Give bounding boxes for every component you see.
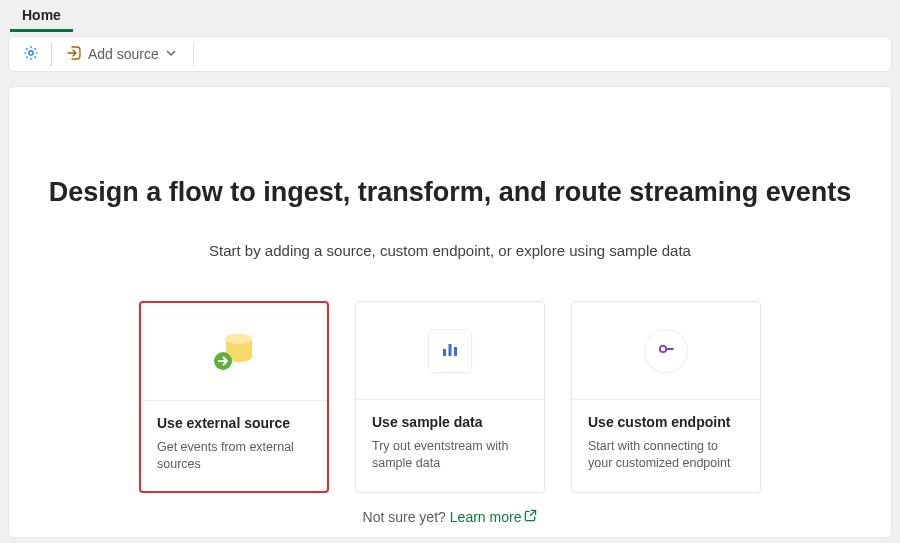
toolbar-divider-2 xyxy=(193,42,194,66)
card-use-sample-data[interactable]: Use sample data Try out eventstream with… xyxy=(355,301,545,493)
page-headline: Design a flow to ingest, transform, and … xyxy=(49,177,852,208)
main-content: Design a flow to ingest, transform, and … xyxy=(8,86,892,538)
chevron-down-icon xyxy=(165,46,177,62)
card-desc: Get events from external sources xyxy=(157,439,311,473)
card-icon-area xyxy=(141,303,327,401)
svg-rect-6 xyxy=(454,347,457,356)
svg-rect-5 xyxy=(449,344,452,356)
card-use-custom-endpoint[interactable]: Use custom endpoint Start with connectin… xyxy=(571,301,761,493)
add-source-button[interactable]: Add source xyxy=(60,41,183,68)
svg-point-0 xyxy=(29,50,33,54)
external-link-icon xyxy=(524,509,537,525)
card-title: Use custom endpoint xyxy=(588,414,744,430)
page-subtitle: Start by adding a source, custom endpoin… xyxy=(209,242,691,259)
not-sure-text: Not sure yet? xyxy=(363,509,446,525)
card-icon-area xyxy=(572,302,760,400)
toolbar: Add source xyxy=(8,36,892,72)
card-use-external-source[interactable]: Use external source Get events from exte… xyxy=(139,301,329,493)
tabs-bar: Home xyxy=(0,0,900,32)
add-source-icon xyxy=(66,45,82,64)
card-desc: Start with connecting to your customized… xyxy=(588,438,744,472)
gear-icon xyxy=(22,44,40,65)
bar-chart-icon xyxy=(439,338,461,363)
svg-rect-4 xyxy=(443,349,446,356)
learn-more-link[interactable]: Learn more xyxy=(450,509,538,525)
svg-point-2 xyxy=(226,334,252,344)
card-title: Use external source xyxy=(157,415,311,431)
tab-home-label: Home xyxy=(22,7,61,23)
external-source-icon xyxy=(207,325,261,378)
toolbar-divider xyxy=(51,42,52,66)
sample-data-icon-tile xyxy=(428,329,472,373)
custom-endpoint-icon-tile xyxy=(644,329,688,373)
card-desc: Try out eventstream with sample data xyxy=(372,438,528,472)
card-icon-area xyxy=(356,302,544,400)
card-title: Use sample data xyxy=(372,414,528,430)
add-source-label: Add source xyxy=(88,46,159,62)
tab-home[interactable]: Home xyxy=(10,1,73,32)
option-cards-row: Use external source Get events from exte… xyxy=(139,301,761,493)
card-body: Use external source Get events from exte… xyxy=(141,401,327,491)
endpoint-icon xyxy=(655,338,677,363)
learn-more-label: Learn more xyxy=(450,509,522,525)
card-body: Use sample data Try out eventstream with… xyxy=(356,400,544,490)
learn-more-row: Not sure yet? Learn more xyxy=(363,509,538,525)
settings-button[interactable] xyxy=(17,40,45,68)
card-body: Use custom endpoint Start with connectin… xyxy=(572,400,760,490)
